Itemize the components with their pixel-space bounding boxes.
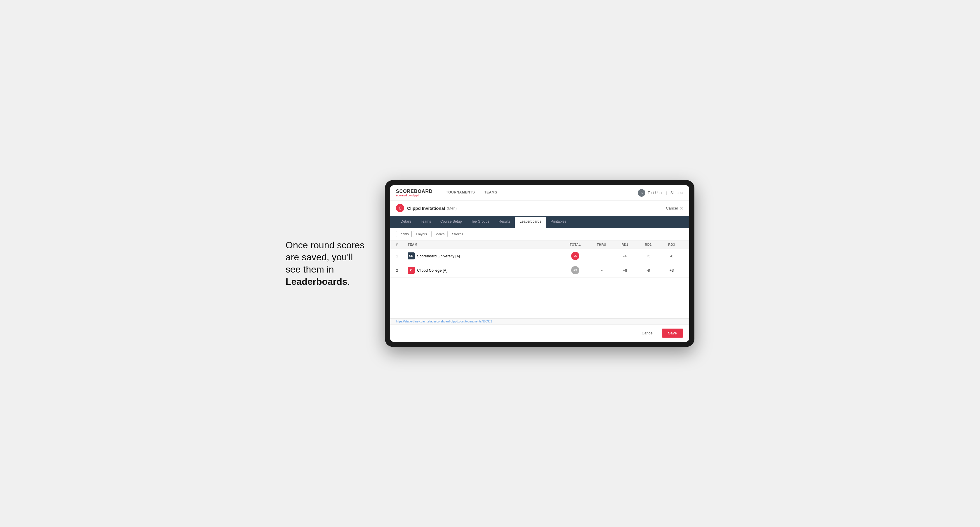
row2-total-cell: +3 [561,266,590,274]
tab-teams[interactable]: Teams [416,216,436,228]
col-rd1: RD1 [613,243,636,246]
user-avatar: S [638,189,645,197]
table-row: 1 SU Scoreboard University [A] -5 F -4 +… [390,249,689,263]
tab-navigation: Details Teams Course Setup Tee Groups Re… [390,216,689,228]
nav-teams[interactable]: TEAMS [479,185,502,200]
col-rank: # [396,243,408,246]
sub-tab-scores[interactable]: Scores [431,231,448,237]
row2-team-logo: C [408,267,415,274]
top-navigation: SCOREBOARD Powered by clippd TOURNAMENTS… [390,185,689,200]
col-team: TEAM [408,243,561,246]
row2-rd1: +8 [613,268,636,273]
tablet-screen: SCOREBOARD Powered by clippd TOURNAMENTS… [390,185,689,342]
table-header: # TEAM TOTAL THRU RD1 RD2 RD3 [390,240,689,249]
table-row: 2 C Clippd College [A] +3 F +8 -8 +3 [390,263,689,278]
sub-tab-strokes[interactable]: Strokes [449,231,466,237]
row1-team-name: Scoreboard University [A] [417,254,460,258]
header-cancel-label: Cancel [666,206,678,210]
nav-right: S Test User | Sign out [638,189,683,197]
tournament-subtitle: (Men) [447,206,457,210]
leaderboard-table: # TEAM TOTAL THRU RD1 RD2 RD3 1 SU Score… [390,240,689,278]
sub-tab-teams[interactable]: Teams [396,231,412,237]
cancel-button[interactable]: Cancel [636,329,659,338]
row2-rd2: -8 [636,268,660,273]
row1-rd1: -4 [613,254,636,258]
row1-total-badge: -5 [571,252,579,260]
close-icon: ✕ [679,205,683,211]
tournament-title: Clippd Invitational [407,206,445,211]
header-cancel-button[interactable]: Cancel ✕ [666,205,683,211]
row1-rd2: +5 [636,254,660,258]
tablet-device: SCOREBOARD Powered by clippd TOURNAMENTS… [385,180,694,347]
nav-links: TOURNAMENTS TEAMS [442,185,638,200]
tab-details[interactable]: Details [396,216,416,228]
url-bar: https://stage-blue-coach.stagescoreboard… [390,318,689,324]
row2-thru: F [590,268,613,273]
row1-rd3: -6 [660,254,683,258]
row2-rd3: +3 [660,268,683,273]
col-rd2: RD2 [636,243,660,246]
logo-text: SCOREBOARD [396,189,433,194]
footer: Cancel Save [390,324,689,342]
logo-area: SCOREBOARD Powered by clippd [396,189,433,197]
tab-course-setup[interactable]: Course Setup [436,216,466,228]
row2-team-name: Clippd College [A] [417,268,447,273]
tab-results[interactable]: Results [494,216,515,228]
row2-rank: 2 [396,268,408,273]
sidebar-text-end: . [347,276,350,287]
row1-team-cell: SU Scoreboard University [A] [408,252,561,259]
sub-tab-players[interactable]: Players [413,231,430,237]
col-rd3: RD3 [660,243,683,246]
col-thru: THRU [590,243,613,246]
sub-tab-bar: Teams Players Scores Strokes [390,228,689,240]
nav-tournaments[interactable]: TOURNAMENTS [442,185,480,200]
sidebar-description: Once round scores are saved, you'll see … [286,239,368,288]
col-total: TOTAL [561,243,590,246]
tab-printables[interactable]: Printables [546,216,571,228]
sidebar-text-bold: Leaderboards [286,276,347,287]
row1-rank: 1 [396,254,408,258]
logo-powered: Powered by clippd [396,194,433,197]
tournament-icon: C [396,204,404,212]
sidebar-text-normal: Once round scores are saved, you'll see … [286,240,364,275]
tournament-header: C Clippd Invitational (Men) Cancel ✕ [390,200,689,216]
url-text: https://stage-blue-coach.stagescoreboard… [396,320,492,323]
save-button[interactable]: Save [662,329,683,338]
tab-leaderboards[interactable]: Leaderboards [515,217,546,228]
row1-total-cell: -5 [561,252,590,260]
row2-total-badge: +3 [571,266,579,274]
user-name: Test User [648,191,663,195]
nav-separator: | [666,191,667,195]
tab-tee-groups[interactable]: Tee Groups [466,216,494,228]
row2-team-cell: C Clippd College [A] [408,267,561,274]
row1-thru: F [590,254,613,258]
row1-team-logo: SU [408,252,415,259]
sign-out-link[interactable]: Sign out [670,191,683,195]
content-spacer [390,278,689,318]
